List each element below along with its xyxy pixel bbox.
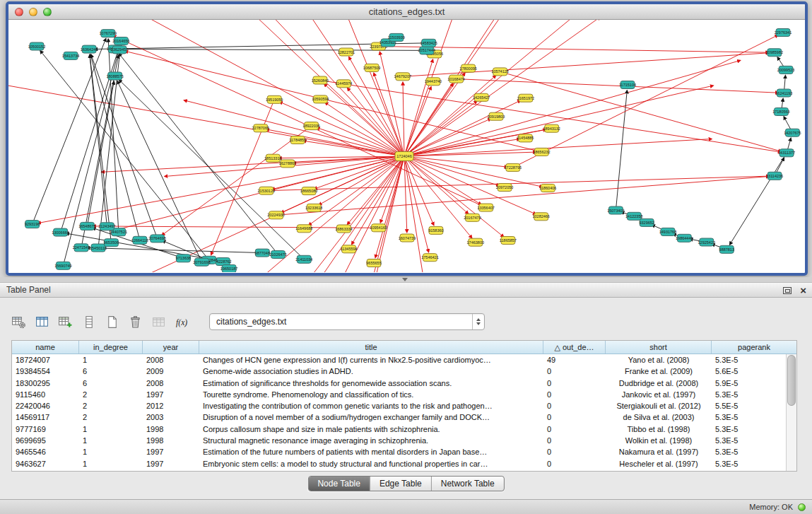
cell-title: Changes of HCN gene expression and I(f) …: [199, 354, 543, 366]
svg-text:18922036: 18922036: [302, 124, 319, 128]
cell-out-de: 0: [543, 378, 606, 389]
cell-pagerank: 5.3E-5: [712, 424, 780, 435]
cell-year: 2008: [143, 354, 199, 366]
cell-out-de: 0: [543, 411, 606, 423]
svg-text:15073403: 15073403: [607, 209, 624, 213]
table-row[interactable]: 1456911722003Disruption of a novel membe…: [12, 411, 786, 423]
svg-text:9713638: 9713638: [176, 256, 191, 260]
row-view-icon[interactable]: [80, 313, 97, 330]
window-titlebar[interactable]: citations_edges.txt: [8, 4, 805, 20]
cell-year: 1997: [143, 446, 199, 457]
cell-year: 1998: [143, 424, 199, 435]
table-row[interactable]: 969969511998Structural magnetic resonanc…: [12, 435, 786, 446]
svg-text:14122358: 14122358: [625, 214, 642, 218]
panel-splitter[interactable]: [0, 277, 812, 282]
table-row[interactable]: 946554611997Estimation of the future num…: [12, 446, 786, 457]
cell-in-degree: 2: [79, 389, 143, 400]
cell-pagerank: 5.3E-5: [712, 446, 780, 457]
table-row[interactable]: 1830029562008Estimation of significance …: [12, 378, 786, 389]
cell-name: 9115460: [12, 389, 79, 400]
svg-text:9653506: 9653506: [104, 240, 119, 245]
import-table-icon[interactable]: [150, 313, 167, 330]
column-header-out-de[interactable]: △ out_de…: [543, 341, 606, 354]
cell-pagerank: 5.3E-5: [712, 389, 780, 400]
network-view[interactable]: 1865623217228795118604062097205010282466…: [8, 20, 805, 272]
cell-short: Franke et al. (2009): [606, 366, 712, 377]
svg-text:17228795: 17228795: [505, 165, 522, 170]
svg-text:14265427: 14265427: [473, 95, 490, 100]
column-header-name[interactable]: name: [12, 341, 79, 354]
table-mode-icon[interactable]: [10, 313, 27, 330]
svg-text:18665080: 18665080: [300, 189, 317, 193]
cell-name: 19384554: [12, 366, 79, 377]
combo-up-arrow-icon: [476, 318, 481, 321]
table-row[interactable]: 1872400712008Changes of HCN gene express…: [12, 354, 786, 366]
svg-text:22787065: 22787065: [252, 126, 269, 130]
combo-stepper-icon[interactable]: [472, 314, 484, 329]
svg-text:16364240: 16364240: [81, 47, 98, 52]
vertical-scrollbar[interactable]: [786, 354, 796, 471]
column-header-title[interactable]: title: [199, 341, 543, 354]
column-header-in-degree[interactable]: in_degree: [79, 341, 143, 354]
svg-text:21243497: 21243497: [98, 224, 115, 228]
cell-short: Jankovic et al. (1997): [606, 389, 712, 400]
cell-name: 14569117: [12, 411, 79, 423]
table-row[interactable]: 911546021997Tourette syndrome. Phenomeno…: [12, 389, 786, 400]
cell-in-degree: 1: [79, 435, 143, 446]
cell-title: Investigating the contribution of common…: [199, 400, 543, 411]
minimize-window-button[interactable]: [29, 8, 37, 16]
svg-text:18513316: 18513316: [264, 156, 281, 160]
tab-edge-table[interactable]: Edge Table: [370, 477, 431, 491]
close-panel-icon[interactable]: ×: [800, 286, 806, 296]
network-canvas[interactable]: 1865623217228795118604062097205010282466…: [8, 20, 805, 272]
show-columns-icon[interactable]: [33, 313, 50, 330]
table-row[interactable]: 1938455462009Genome-wide association stu…: [12, 366, 786, 377]
new-document-icon[interactable]: [103, 313, 120, 330]
cell-title: Disruption of a novel member of a sodium…: [199, 411, 543, 423]
cell-short: Tibbo et al. (1998): [606, 424, 712, 435]
table-body: 1872400712008Changes of HCN gene express…: [12, 354, 786, 471]
float-panel-icon[interactable]: [783, 287, 792, 294]
create-column-icon[interactable]: [57, 313, 73, 330]
svg-text:14679207: 14679207: [394, 74, 411, 78]
svg-text:12664118: 12664118: [131, 238, 148, 243]
splitter-grip-icon[interactable]: [402, 278, 408, 281]
table-selector[interactable]: citations_edges.txt: [209, 313, 485, 330]
column-header-pagerank[interactable]: pagerank: [712, 341, 796, 354]
table-row[interactable]: 977716911998Corpus callosum shape and si…: [12, 424, 786, 435]
zoom-window-button[interactable]: [43, 8, 52, 16]
table-row[interactable]: 2242004622012Investigating the contribut…: [12, 400, 786, 411]
cell-in-degree: 2: [79, 411, 143, 423]
svg-text:9655655: 9655655: [366, 261, 381, 265]
svg-text:17800095: 17800095: [459, 66, 476, 71]
svg-text:16074739: 16074739: [399, 236, 416, 240]
tab-node-table[interactable]: Node Table: [308, 477, 370, 491]
svg-text:17463800: 17463800: [467, 240, 484, 245]
cell-pagerank: 5.5E-5: [712, 400, 780, 411]
cell-in-degree: 6: [79, 378, 143, 389]
svg-text:10767299: 10767299: [100, 31, 117, 35]
cell-pagerank: 5.3E-5: [712, 458, 780, 469]
close-window-button[interactable]: [15, 8, 23, 16]
tab-network-table[interactable]: Network Table: [431, 477, 504, 491]
function-builder-icon[interactable]: f(x): [173, 313, 190, 330]
cell-out-de: 0: [543, 435, 606, 446]
svg-text:9158360: 9158360: [428, 228, 443, 233]
cell-pagerank: 5.3E-5: [712, 411, 780, 423]
svg-text:20517444: 20517444: [418, 48, 435, 52]
svg-text:1724046: 1724046: [396, 154, 411, 158]
cell-in-degree: 2: [79, 400, 143, 411]
svg-text:19650187: 19650187: [220, 267, 237, 271]
memory-indicator-icon: [798, 503, 806, 511]
cell-year: 2008: [143, 378, 199, 389]
column-header-year[interactable]: year: [143, 341, 199, 354]
cell-out-de: 0: [543, 389, 606, 400]
column-header-short[interactable]: short: [606, 341, 712, 354]
svg-text:23114236: 23114236: [766, 174, 783, 178]
cell-in-degree: 1: [79, 424, 143, 435]
table-row[interactable]: 946362711997Embryonic stem cells: a mode…: [12, 458, 786, 469]
scrollbar-thumb[interactable]: [787, 355, 796, 406]
delete-icon[interactable]: [126, 313, 143, 330]
svg-text:10282466: 10282466: [532, 214, 549, 218]
cell-pagerank: 5.3E-5: [712, 435, 780, 446]
